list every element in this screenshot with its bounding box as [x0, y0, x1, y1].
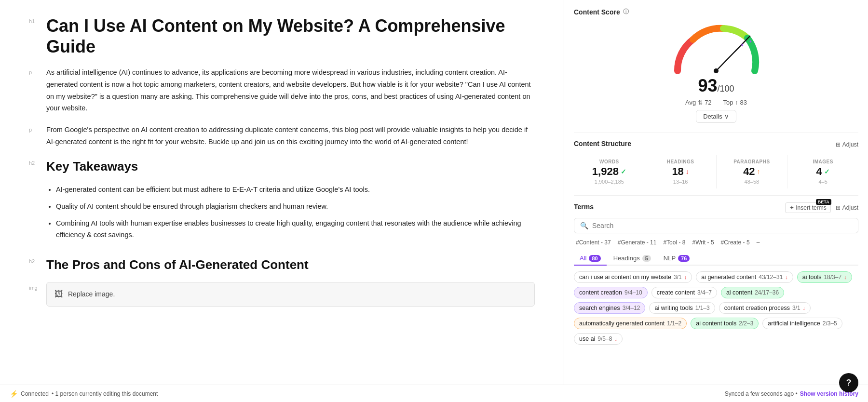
- term-content-creation[interactable]: content creation 9/4–10: [574, 287, 648, 298]
- search-icon: 🔍: [580, 222, 588, 229]
- svg-point-1: [714, 68, 719, 73]
- paragraphs-metric: PARAGRAPHS 42 ↑ 48–58: [717, 155, 788, 188]
- key-takeaways-list: AI-generated content can be efficient bu…: [46, 184, 535, 241]
- p1-block: p As artificial intelligence (AI) contin…: [29, 67, 535, 114]
- p2-label: p: [29, 124, 41, 147]
- gauge-score-value: 93: [698, 76, 717, 95]
- status-right: Synced a few seconds ago • Show version …: [725, 390, 858, 397]
- paragraphs-up-icon: ↑: [757, 168, 760, 175]
- terms-header: Terms BETA ✦ Insert terms ⊞ Adjust: [574, 202, 858, 213]
- tab-headings[interactable]: Headings 5: [608, 252, 657, 266]
- content-score-title: Content Score ⓘ: [574, 8, 858, 16]
- term-use-ai[interactable]: use ai 9/5–8 ↓: [574, 333, 623, 345]
- replace-image-label: Replace image.: [68, 290, 115, 298]
- adjust-terms-button[interactable]: ⊞ Adjust: [836, 204, 858, 211]
- grid-icon-terms: ⊞: [836, 204, 841, 211]
- term-ai-tools[interactable]: ai tools 18/3–7 ↓: [797, 271, 852, 283]
- content-score-info-icon[interactable]: ⓘ: [623, 8, 629, 16]
- term-artificial-intelligence[interactable]: artificial intelligence 2/3–5: [762, 318, 842, 329]
- paragraph-1[interactable]: As artificial intelligence (AI) continue…: [46, 67, 535, 114]
- bullet-1[interactable]: AI-generated content can be efficient bu…: [56, 184, 535, 196]
- tag-filter-content[interactable]: #Content - 37: [574, 238, 613, 247]
- lightning-icon: ⚡: [10, 390, 18, 398]
- terms-tabs: All 80 Headings 5 NLP 76: [574, 252, 858, 266]
- term-ai-writing-tools[interactable]: ai writing tools 1/1–3: [649, 302, 715, 314]
- h2b-label: h2: [29, 255, 41, 272]
- all-count-badge: 80: [589, 255, 600, 262]
- down-arrow-icon: ↓: [684, 274, 687, 280]
- avg-stat: Avg ⇅ 72: [685, 99, 712, 106]
- term-can-i-use-ai[interactable]: can i use ai content on my website 3/1 ↓: [574, 271, 692, 283]
- cs-header: Content Structure ⊞ Adjust: [574, 140, 858, 149]
- img-label: img: [29, 282, 41, 307]
- tab-all[interactable]: All 80: [574, 252, 607, 266]
- p2-block: p From Google's perspective on AI conten…: [29, 124, 535, 147]
- bullet-3[interactable]: Combining AI tools with human expertise …: [56, 217, 535, 241]
- h1-label: h1: [29, 15, 41, 57]
- status-bar: ⚡ Connected • 1 person currently editing…: [0, 385, 868, 402]
- h2a-label: h2: [29, 157, 41, 174]
- top-stat: Top ↑ 83: [723, 99, 747, 106]
- images-metric: IMAGES 4 ✓ 4–5: [787, 155, 858, 188]
- document-title[interactable]: Can I Use AI Content on My Website? A Co…: [46, 15, 535, 57]
- term-ai-generated-content[interactable]: ai generated content 43/12–31 ↓: [696, 271, 793, 283]
- replace-image-box[interactable]: 🖼 Replace image.: [46, 282, 535, 307]
- tag-filters: #Content - 37 #Generate - 11 #Tool - 8 #…: [574, 238, 858, 247]
- images-check-icon: ✓: [824, 168, 830, 175]
- cs-metrics: WORDS 1,928 ✓ 1,900–2,185 HEADINGS 18 ↓ …: [574, 155, 858, 188]
- terms-search-input[interactable]: [592, 222, 852, 229]
- h1-block: h1 Can I Use AI Content on My Website? A…: [29, 15, 535, 57]
- svg-text:✦: ✦: [749, 40, 752, 44]
- words-check-icon: ✓: [621, 168, 626, 175]
- term-automatically-generated[interactable]: automatically generated content 1/1–2: [574, 318, 687, 329]
- headings-down-icon: ↓: [686, 168, 689, 175]
- term-create-content[interactable]: create content 3/4–7: [651, 287, 717, 298]
- help-button[interactable]: ?: [839, 373, 858, 392]
- h2a-block: h2 Key Takeaways: [29, 157, 535, 174]
- tab-nlp[interactable]: NLP 76: [658, 252, 696, 266]
- paragraph-2[interactable]: From Google's perspective on AI content …: [46, 124, 535, 147]
- term-ai-content-tools[interactable]: ai content tools 2/2–3: [691, 318, 759, 329]
- gauge-max-value: /100: [718, 84, 734, 94]
- bullet-2[interactable]: Quality of AI content should be ensured …: [56, 201, 535, 213]
- term-search-engines[interactable]: search engines 3/4–12: [574, 302, 645, 314]
- down-arrow-icon: ↓: [785, 274, 788, 280]
- tag-filter-create[interactable]: #Create - 5: [719, 238, 752, 247]
- term-ai-content[interactable]: ai content 24/17–36: [721, 287, 784, 298]
- h2b-heading[interactable]: The Pros and Cons of AI-Generated Conten…: [46, 257, 535, 272]
- terms-title: Terms: [574, 203, 594, 211]
- nlp-count-badge: 76: [678, 255, 690, 262]
- terms-actions: BETA ✦ Insert terms ⊞ Adjust: [785, 202, 858, 213]
- status-left: ⚡ Connected • 1 person currently editing…: [10, 390, 158, 398]
- down-arrow-icon: ↓: [803, 305, 806, 311]
- score-gauge: ✦ ✦: [668, 23, 764, 80]
- editing-status: • 1 person currently editing this docume…: [52, 390, 158, 397]
- image-block: img 🖼 Replace image.: [29, 282, 535, 307]
- down-arrow-icon: ↓: [844, 274, 847, 280]
- connected-status: Connected: [21, 390, 49, 397]
- tag-filter-generate[interactable]: #Generate - 11: [616, 238, 659, 247]
- terms-search-box[interactable]: 🔍: [574, 218, 858, 233]
- gauge-stats: Avg ⇅ 72 Top ↑ 83: [685, 99, 747, 106]
- bullets-block: AI-generated content can be efficient bu…: [29, 184, 535, 246]
- chevron-down-icon: ∨: [724, 113, 729, 120]
- insert-terms-button[interactable]: BETA ✦ Insert terms: [785, 202, 831, 213]
- terms-section: Terms BETA ✦ Insert terms ⊞ Adjust 🔍: [574, 195, 858, 351]
- tag-filter-writ[interactable]: #Writ - 5: [690, 238, 716, 247]
- tag-filter-tool[interactable]: #Tool - 8: [661, 238, 687, 247]
- beta-badge: BETA: [816, 199, 831, 205]
- svg-line-0: [716, 36, 750, 71]
- content-score-section: Content Score ⓘ: [574, 0, 858, 133]
- term-content-creation-process[interactable]: content creation process 3/1 ↓: [719, 302, 811, 314]
- adjust-structure-button[interactable]: ⊞ Adjust: [836, 141, 858, 148]
- svg-text:✦: ✦: [740, 42, 744, 48]
- tag-filter-chevron-icon[interactable]: –: [757, 239, 760, 246]
- image-icon: 🖼: [54, 289, 63, 299]
- headings-metric: HEADINGS 18 ↓ 13–16: [645, 155, 717, 188]
- grid-icon: ⊞: [836, 141, 841, 148]
- content-structure-section: Content Structure ⊞ Adjust WORDS 1,928 ✓…: [574, 133, 858, 195]
- details-button[interactable]: Details ∨: [696, 110, 736, 123]
- h2a-heading[interactable]: Key Takeaways: [46, 159, 535, 174]
- down-arrow-icon: ↓: [614, 336, 617, 342]
- gauge-container: ✦ ✦ 93/100 Avg ⇅ 72 Top ↑ 83: [574, 18, 858, 129]
